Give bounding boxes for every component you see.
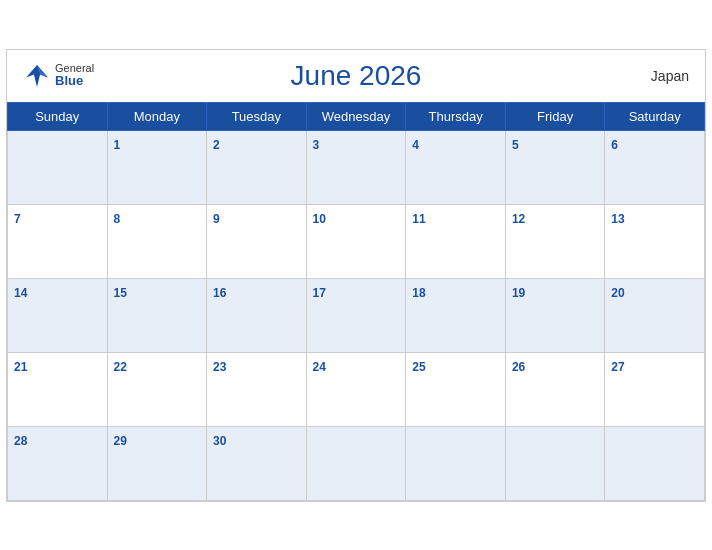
date-number: 24 xyxy=(313,360,326,374)
date-number: 23 xyxy=(213,360,226,374)
date-number: 9 xyxy=(213,212,220,226)
date-number: 6 xyxy=(611,138,618,152)
calendar-cell: 25 xyxy=(406,352,506,426)
calendar-cell xyxy=(8,130,108,204)
date-number: 12 xyxy=(512,212,525,226)
country-label: Japan xyxy=(651,68,689,84)
date-number: 2 xyxy=(213,138,220,152)
days-header-row: SundayMondayTuesdayWednesdayThursdayFrid… xyxy=(8,102,705,130)
calendar-cell xyxy=(505,426,604,500)
calendar-cell: 13 xyxy=(605,204,705,278)
calendar-cell xyxy=(306,426,406,500)
week-row-4: 21222324252627 xyxy=(8,352,705,426)
week-row-5: 282930 xyxy=(8,426,705,500)
date-number: 28 xyxy=(14,434,27,448)
date-number: 8 xyxy=(114,212,121,226)
date-number: 13 xyxy=(611,212,624,226)
calendar-cell: 2 xyxy=(207,130,307,204)
week-row-3: 14151617181920 xyxy=(8,278,705,352)
date-number: 29 xyxy=(114,434,127,448)
week-row-2: 78910111213 xyxy=(8,204,705,278)
day-header-monday: Monday xyxy=(107,102,207,130)
calendar-cell: 1 xyxy=(107,130,207,204)
date-number: 15 xyxy=(114,286,127,300)
date-number: 17 xyxy=(313,286,326,300)
day-header-tuesday: Tuesday xyxy=(207,102,307,130)
calendar-cell: 4 xyxy=(406,130,506,204)
calendar-cell: 21 xyxy=(8,352,108,426)
date-number: 22 xyxy=(114,360,127,374)
calendar-cell: 18 xyxy=(406,278,506,352)
logo-area: General Blue xyxy=(23,62,94,90)
calendar-cell: 28 xyxy=(8,426,108,500)
calendar-header: General Blue June 2026 Japan xyxy=(7,50,705,102)
date-number: 7 xyxy=(14,212,21,226)
date-number: 16 xyxy=(213,286,226,300)
day-header-saturday: Saturday xyxy=(605,102,705,130)
calendar-cell: 19 xyxy=(505,278,604,352)
logo-text: General Blue xyxy=(55,62,94,88)
calendar-cell: 9 xyxy=(207,204,307,278)
day-header-friday: Friday xyxy=(505,102,604,130)
date-number: 19 xyxy=(512,286,525,300)
calendar-cell: 8 xyxy=(107,204,207,278)
calendar-cell: 27 xyxy=(605,352,705,426)
date-number: 18 xyxy=(412,286,425,300)
calendar-table: SundayMondayTuesdayWednesdayThursdayFrid… xyxy=(7,102,705,501)
date-number: 14 xyxy=(14,286,27,300)
calendar-cell: 6 xyxy=(605,130,705,204)
calendar-cell xyxy=(406,426,506,500)
calendar-cell: 20 xyxy=(605,278,705,352)
day-header-sunday: Sunday xyxy=(8,102,108,130)
date-number: 21 xyxy=(14,360,27,374)
month-title: June 2026 xyxy=(291,60,422,92)
calendar-cell: 10 xyxy=(306,204,406,278)
day-header-wednesday: Wednesday xyxy=(306,102,406,130)
calendar-cell: 30 xyxy=(207,426,307,500)
logo-bird-icon xyxy=(23,62,51,90)
date-number: 3 xyxy=(313,138,320,152)
calendar-cell xyxy=(605,426,705,500)
date-number: 26 xyxy=(512,360,525,374)
date-number: 11 xyxy=(412,212,425,226)
day-header-thursday: Thursday xyxy=(406,102,506,130)
calendar-cell: 29 xyxy=(107,426,207,500)
calendar-cell: 22 xyxy=(107,352,207,426)
calendar-cell: 15 xyxy=(107,278,207,352)
calendar-cell: 24 xyxy=(306,352,406,426)
date-number: 25 xyxy=(412,360,425,374)
calendar-cell: 3 xyxy=(306,130,406,204)
calendar-cell: 7 xyxy=(8,204,108,278)
calendar-cell: 23 xyxy=(207,352,307,426)
week-row-1: 123456 xyxy=(8,130,705,204)
date-number: 5 xyxy=(512,138,519,152)
date-number: 10 xyxy=(313,212,326,226)
date-number: 20 xyxy=(611,286,624,300)
calendar-cell: 26 xyxy=(505,352,604,426)
calendar-container: General Blue June 2026 Japan SundayMonda… xyxy=(6,49,706,502)
calendar-cell: 14 xyxy=(8,278,108,352)
date-number: 30 xyxy=(213,434,226,448)
logo-blue: Blue xyxy=(55,74,94,88)
date-number: 4 xyxy=(412,138,419,152)
calendar-cell: 12 xyxy=(505,204,604,278)
calendar-cell: 11 xyxy=(406,204,506,278)
calendar-cell: 5 xyxy=(505,130,604,204)
date-number: 1 xyxy=(114,138,121,152)
calendar-cell: 17 xyxy=(306,278,406,352)
date-number: 27 xyxy=(611,360,624,374)
calendar-cell: 16 xyxy=(207,278,307,352)
